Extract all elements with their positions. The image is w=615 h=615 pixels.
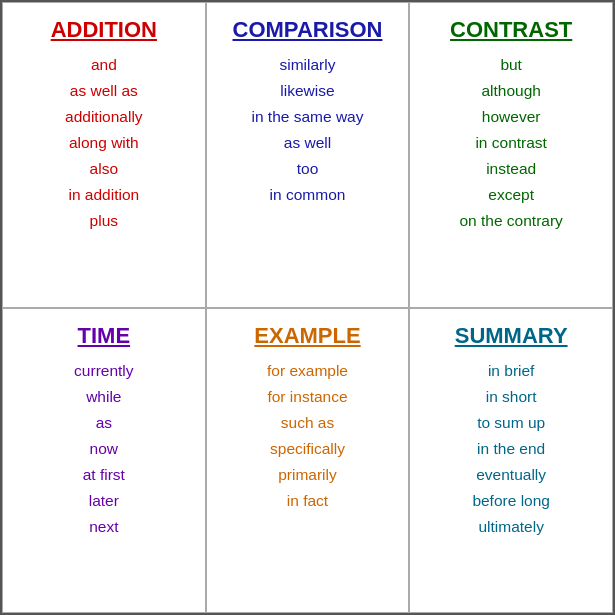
example-word-5: in fact xyxy=(287,489,328,513)
example-words: for examplefor instancesuch asspecifical… xyxy=(267,359,348,513)
addition-words: andas well asadditionallyalong withalsoi… xyxy=(65,53,143,233)
comparison-title: COMPARISON xyxy=(233,17,383,43)
comparison-word-0: similarly xyxy=(280,53,336,77)
cell-time: TIMEcurrentlywhileasnowat firstlaternext xyxy=(2,308,206,614)
summary-word-5: before long xyxy=(472,489,550,513)
example-word-1: for instance xyxy=(267,385,347,409)
contrast-word-6: on the contrary xyxy=(459,209,562,233)
cell-comparison: COMPARISONsimilarlylikewisein the same w… xyxy=(206,2,410,308)
comparison-words: similarlylikewisein the same wayas wellt… xyxy=(251,53,363,207)
time-words: currentlywhileasnowat firstlaternext xyxy=(74,359,133,539)
contrast-words: butalthoughhoweverin contrastinsteadexce… xyxy=(459,53,562,233)
cell-addition: ADDITIONandas well asadditionallyalong w… xyxy=(2,2,206,308)
summary-words: in briefin shortto sum upin the endevent… xyxy=(472,359,550,539)
example-word-0: for example xyxy=(267,359,348,383)
cell-example: EXAMPLEfor examplefor instancesuch asspe… xyxy=(206,308,410,614)
summary-word-1: in short xyxy=(486,385,537,409)
cell-contrast: CONTRASTbutalthoughhoweverin contrastins… xyxy=(409,2,613,308)
summary-word-4: eventually xyxy=(476,463,546,487)
comparison-word-1: likewise xyxy=(280,79,334,103)
example-word-4: primarily xyxy=(278,463,337,487)
contrast-word-0: but xyxy=(500,53,522,77)
time-word-5: later xyxy=(89,489,119,513)
time-word-1: while xyxy=(86,385,121,409)
summary-word-3: in the end xyxy=(477,437,545,461)
summary-title: SUMMARY xyxy=(455,323,568,349)
contrast-word-1: although xyxy=(481,79,540,103)
addition-title: ADDITION xyxy=(51,17,157,43)
time-word-4: at first xyxy=(83,463,125,487)
contrast-word-4: instead xyxy=(486,157,536,181)
cell-summary: SUMMARYin briefin shortto sum upin the e… xyxy=(409,308,613,614)
addition-word-1: as well as xyxy=(70,79,138,103)
time-title: TIME xyxy=(78,323,131,349)
example-word-3: specifically xyxy=(270,437,345,461)
contrast-word-2: however xyxy=(482,105,541,129)
comparison-word-2: in the same way xyxy=(251,105,363,129)
example-word-2: such as xyxy=(281,411,334,435)
summary-word-0: in brief xyxy=(488,359,535,383)
addition-word-2: additionally xyxy=(65,105,143,129)
time-word-0: currently xyxy=(74,359,133,383)
comparison-word-3: as well xyxy=(284,131,331,155)
contrast-word-3: in contrast xyxy=(475,131,547,155)
contrast-title: CONTRAST xyxy=(450,17,572,43)
addition-word-0: and xyxy=(91,53,117,77)
time-word-3: now xyxy=(90,437,118,461)
addition-word-5: in addition xyxy=(68,183,139,207)
time-word-2: as xyxy=(96,411,112,435)
contrast-word-5: except xyxy=(488,183,534,207)
time-word-6: next xyxy=(89,515,118,539)
addition-word-4: also xyxy=(90,157,118,181)
main-grid: ADDITIONandas well asadditionallyalong w… xyxy=(2,2,613,613)
example-title: EXAMPLE xyxy=(254,323,360,349)
summary-word-2: to sum up xyxy=(477,411,545,435)
comparison-word-4: too xyxy=(297,157,319,181)
summary-word-6: ultimately xyxy=(478,515,543,539)
addition-word-6: plus xyxy=(90,209,118,233)
addition-word-3: along with xyxy=(69,131,139,155)
comparison-word-5: in common xyxy=(270,183,346,207)
